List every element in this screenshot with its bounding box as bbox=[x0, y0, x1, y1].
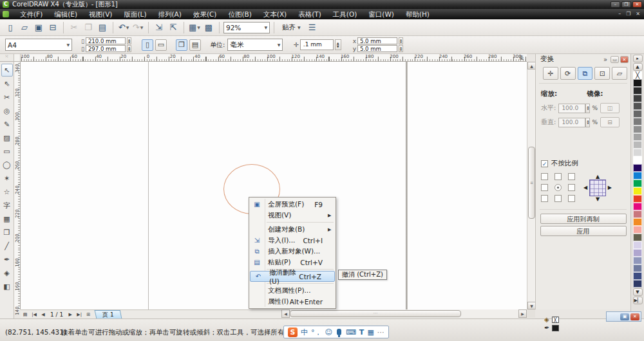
color-swatch-16[interactable] bbox=[633, 195, 642, 203]
color-swatch-8[interactable] bbox=[633, 133, 642, 141]
emoji-icon[interactable]: ☺ bbox=[325, 328, 332, 336]
paste-button[interactable]: ▤ bbox=[96, 21, 109, 34]
transform-rotate-button[interactable]: ⟳ bbox=[560, 67, 576, 80]
color-swatch-27[interactable] bbox=[633, 280, 642, 288]
doc-restore-button[interactable]: ❐ bbox=[626, 9, 630, 19]
palette-expand-button[interactable]: ▶▏ bbox=[633, 297, 643, 304]
soft-keyboard-icon[interactable]: ⌨ bbox=[346, 328, 356, 336]
anchor-point-9[interactable] bbox=[568, 195, 575, 202]
context-menu-item-document-properties[interactable]: 文档属性(P)... bbox=[249, 285, 336, 296]
open-button[interactable]: ▱ bbox=[18, 21, 31, 34]
context-menu-item-properties[interactable]: 属性(I)Alt+Enter bbox=[249, 296, 336, 307]
transform-position-button[interactable]: ✛ bbox=[543, 67, 558, 80]
transform-skew-button[interactable]: ▱ bbox=[612, 67, 627, 80]
apply-button[interactable]: 应用 bbox=[540, 226, 627, 236]
paper-width-input[interactable]: 210.0 mm bbox=[86, 37, 126, 44]
crop-tool[interactable]: ✂ bbox=[1, 91, 13, 104]
docker-minimize-button[interactable]: ▭ bbox=[611, 56, 619, 63]
color-swatch-23[interactable] bbox=[633, 249, 642, 257]
duplicate-x-spinner[interactable]: ▲▼ bbox=[399, 37, 403, 44]
paper-width-spinner[interactable]: ▲▼ bbox=[127, 37, 131, 44]
zoom-level-combo[interactable]: 92% ▼ bbox=[223, 22, 270, 33]
context-menu-item-create-object[interactable]: 创建对象(B)▶ bbox=[249, 224, 336, 235]
smart-fill-tool[interactable]: ▨ bbox=[1, 131, 13, 144]
doc-close-button[interactable]: ✕ bbox=[636, 9, 640, 19]
color-swatch-11[interactable] bbox=[633, 156, 642, 164]
anchor-point-3[interactable] bbox=[568, 173, 575, 180]
menu-item-4[interactable]: 版面(L) bbox=[118, 9, 152, 19]
add-page-button[interactable]: ⊞ bbox=[84, 311, 93, 318]
color-swatch-3[interactable] bbox=[633, 95, 642, 102]
all-pages-button[interactable]: ❐ bbox=[176, 39, 187, 51]
no-color-swatch[interactable]: ╳ bbox=[633, 71, 642, 79]
mirror-horizontal-button[interactable]: ◫ bbox=[600, 103, 620, 113]
color-swatch-25[interactable] bbox=[633, 264, 642, 272]
import-button[interactable]: ⇲ bbox=[153, 21, 166, 34]
scale-vertical-input[interactable]: 100.0 bbox=[558, 118, 585, 127]
polygon-tool[interactable]: ✶ bbox=[1, 172, 13, 185]
chevron-down-icon[interactable]: ▼ bbox=[126, 25, 129, 30]
transform-scale-mirror-button[interactable]: ⧉ bbox=[578, 67, 593, 80]
mirror-vertical-button[interactable]: ⊟ bbox=[600, 117, 620, 127]
outline-pen-tool[interactable]: ✒ bbox=[1, 253, 13, 266]
sogou-logo[interactable]: S bbox=[288, 327, 298, 337]
palette-scroll-down-button[interactable]: ▼ bbox=[633, 288, 643, 296]
menu-item-11[interactable]: 窗口(W) bbox=[363, 9, 400, 19]
paper-preset-combo[interactable]: A4 ▼ bbox=[5, 39, 72, 51]
new-document-button[interactable]: ▯ bbox=[4, 21, 17, 34]
rectangle-tool[interactable]: ▭ bbox=[1, 145, 13, 158]
anchor-point-4[interactable] bbox=[541, 184, 548, 191]
duplicate-x-input[interactable]: 5.0 mm bbox=[357, 37, 397, 44]
context-menu-item-fullscreen-preview[interactable]: ▣全屏预览(F)F9 bbox=[249, 199, 336, 210]
transform-size-button[interactable]: ⊡ bbox=[594, 67, 610, 80]
context-menu-item-import[interactable]: ⇲导入(I)...Ctrl+I bbox=[249, 235, 336, 246]
menu-item-12[interactable]: 帮助(H) bbox=[400, 9, 435, 19]
context-menu-item-paste[interactable]: ▤粘贴(P)Ctrl+V bbox=[249, 257, 336, 268]
color-swatch-24[interactable] bbox=[633, 257, 642, 264]
horizontal-scrollbar[interactable]: ◀ ⋯ ▶ bbox=[281, 309, 527, 318]
export-button[interactable]: ⇱ bbox=[167, 21, 180, 34]
anchor-point-2[interactable] bbox=[554, 173, 562, 180]
save-button[interactable]: ▣ bbox=[32, 21, 45, 34]
shape-tool[interactable]: ⇖ bbox=[1, 77, 13, 90]
color-swatch-9[interactable] bbox=[633, 141, 642, 149]
context-menu-item-insert-new-object[interactable]: ⧉插入新对象(W)... bbox=[249, 246, 336, 257]
color-swatch-26[interactable] bbox=[633, 272, 642, 280]
paper-height-input[interactable]: 297.0 mm bbox=[86, 45, 126, 52]
restore-button[interactable]: ❐ bbox=[621, 1, 631, 8]
scale-horizontal-spinner[interactable]: ▲▼ bbox=[585, 104, 590, 113]
color-swatch-7[interactable] bbox=[633, 125, 642, 133]
color-swatch-10[interactable] bbox=[633, 149, 642, 156]
nudge-input[interactable]: .1 mm bbox=[300, 39, 334, 50]
context-menu-item-undo-delete[interactable]: ↶撤消删除(U)Ctrl+Z bbox=[250, 271, 335, 282]
minimize-button[interactable]: – bbox=[611, 1, 620, 8]
ime-skin-icon[interactable]: T bbox=[359, 328, 365, 336]
menu-item-9[interactable]: 表格(T) bbox=[292, 9, 327, 19]
cut-button[interactable]: ✂ bbox=[68, 21, 80, 34]
menu-item-8[interactable]: 文本(X) bbox=[258, 9, 292, 19]
next-page-button[interactable]: ▶ bbox=[66, 311, 75, 318]
anchor-point-7[interactable] bbox=[541, 195, 548, 202]
page-tab-1[interactable]: 页 1 bbox=[95, 310, 122, 318]
scale-horizontal-input[interactable]: 100.0 bbox=[558, 104, 585, 113]
menu-item-2[interactable]: 编辑(E) bbox=[48, 9, 83, 19]
color-swatch-22[interactable] bbox=[633, 241, 642, 249]
freehand-tool[interactable]: ✎ bbox=[1, 118, 13, 131]
menu-item-7[interactable]: 位图(B) bbox=[222, 9, 257, 19]
chevron-down-icon[interactable]: ▼ bbox=[197, 25, 200, 30]
non-proportional-checkbox[interactable]: ✓ bbox=[541, 160, 548, 167]
docker-chevron-icon[interactable]: » bbox=[603, 56, 607, 63]
docker-close-button[interactable]: ✕ bbox=[620, 56, 629, 63]
interactive-fill-tool[interactable]: ◧ bbox=[1, 280, 13, 293]
popup-close-button[interactable]: ✕ bbox=[630, 313, 639, 320]
previous-page-button[interactable]: ◀ bbox=[39, 311, 48, 318]
chevron-down-icon[interactable]: ▼ bbox=[140, 25, 144, 30]
table-tool[interactable]: ▦ bbox=[1, 212, 13, 225]
outline-color-indicator[interactable] bbox=[552, 325, 559, 331]
color-swatch-20[interactable] bbox=[633, 226, 642, 234]
vertical-scroll-thumb[interactable]: ≡ bbox=[528, 147, 535, 219]
menu-item-5[interactable]: 排列(A) bbox=[153, 9, 187, 19]
fill-color-indicator[interactable]: ╳ bbox=[552, 317, 559, 323]
landscape-button[interactable]: ▭ bbox=[155, 39, 167, 51]
horizontal-scroll-thumb[interactable]: ⋯ bbox=[290, 310, 461, 317]
